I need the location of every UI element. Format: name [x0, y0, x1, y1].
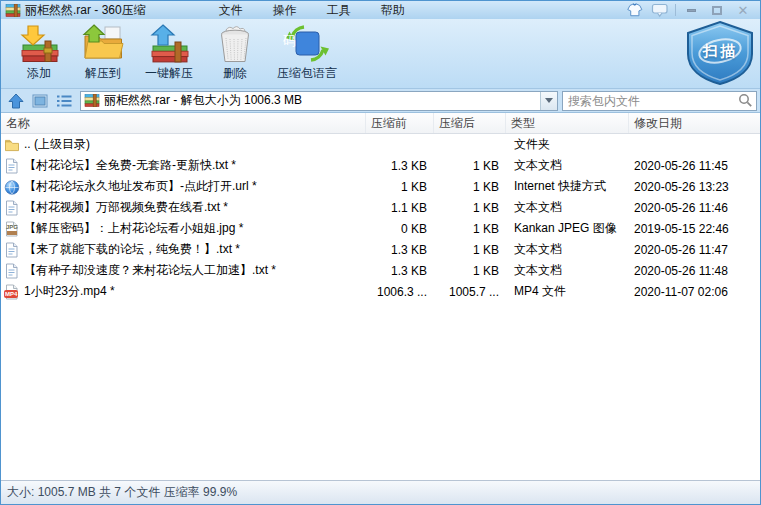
app-window: 丽柜然然.rar - 360压缩 文件 操作 工具 帮助 ✕: [0, 0, 761, 505]
close-button[interactable]: ✕: [730, 2, 756, 18]
size-after: 1 KB: [434, 159, 506, 173]
search-box: [562, 91, 757, 111]
window-title: 丽柜然然.rar - 360压缩: [25, 2, 146, 19]
file-type: 文本文档: [506, 262, 629, 279]
extract-to-icon: [81, 23, 125, 65]
text-file-icon: [4, 263, 20, 279]
mp4-video-icon: MP4: [4, 284, 20, 300]
file-row[interactable]: JPG 【解压密码】：上村花论坛看小姐姐.jpg * 0 KB 1 KB Kan…: [1, 218, 760, 239]
add-button[interactable]: 添加: [7, 21, 71, 84]
maximize-button[interactable]: [704, 2, 730, 18]
column-header-date[interactable]: 修改日期: [629, 113, 760, 133]
archive-language-button-label: 压缩包语言: [277, 65, 337, 82]
extract-to-button-label: 解压到: [85, 65, 121, 82]
size-before: 1.1 KB: [366, 201, 434, 215]
parent-directory-row[interactable]: .. (上级目录) 文件夹: [1, 134, 760, 155]
file-type: 文本文档: [506, 241, 629, 258]
minimize-button[interactable]: [678, 2, 704, 18]
file-type: Kankan JPEG 图像: [506, 220, 629, 237]
size-after: 1 KB: [434, 201, 506, 215]
file-date: 2020-05-26 13:23: [629, 180, 760, 194]
size-before: 1.3 KB: [366, 159, 434, 173]
size-after: 1 KB: [434, 264, 506, 278]
menu-help[interactable]: 帮助: [366, 1, 420, 20]
file-name: 【有种子却没速度？来村花论坛人工加速】.txt *: [24, 262, 276, 279]
size-after: 1005.7 ...: [434, 285, 506, 299]
scan-shield-button[interactable]: 扫描: [682, 20, 758, 86]
menu-operation[interactable]: 操作: [258, 1, 312, 20]
file-type: Internet 快捷方式: [506, 178, 629, 195]
column-header-size-after[interactable]: 压缩后: [434, 113, 506, 133]
folder-icon: [4, 137, 20, 153]
view-mode-button[interactable]: [28, 91, 52, 111]
extract-to-button[interactable]: 解压到: [71, 21, 135, 84]
delete-trash-icon: [213, 23, 257, 65]
file-date: 2020-05-26 11:48: [629, 264, 760, 278]
file-row[interactable]: 【村花论坛】全免费-无套路-更新快.txt * 1.3 KB 1 KB 文本文档…: [1, 155, 760, 176]
file-name: 【来了就能下载的论坛，纯免费！】.txt *: [24, 241, 240, 258]
file-date: 2020-05-26 11:46: [629, 201, 760, 215]
list-view-icon: [55, 92, 73, 110]
menu-tools[interactable]: 工具: [312, 1, 366, 20]
archive-file-icon: [84, 94, 100, 107]
status-bar: 大小: 1005.7 MB 共 7 个文件 压缩率 99.9%: [1, 480, 760, 504]
column-header-type[interactable]: 类型: [506, 113, 629, 133]
size-before: 1.3 KB: [366, 243, 434, 257]
file-type: 文本文档: [506, 157, 629, 174]
file-row[interactable]: 【村花视频】万部视频免费在线看.txt * 1.1 KB 1 KB 文本文档 2…: [1, 197, 760, 218]
size-after: 1 KB: [434, 222, 506, 236]
divider: [675, 4, 676, 16]
file-date: 2020-05-26 11:47: [629, 243, 760, 257]
file-type: 文件夹: [506, 136, 629, 153]
column-header-size-before[interactable]: 压缩前: [366, 113, 434, 133]
size-before: 1 KB: [366, 180, 434, 194]
size-before: 1.3 KB: [366, 264, 434, 278]
file-row[interactable]: 【来了就能下载的论坛，纯免费！】.txt * 1.3 KB 1 KB 文本文档 …: [1, 239, 760, 260]
file-list: .. (上级目录) 文件夹 【村花论坛】全免费-无套路-更新快.txt * 1.…: [1, 134, 760, 480]
file-date: 2019-05-15 22:46: [629, 222, 760, 236]
path-dropdown-button[interactable]: [540, 92, 557, 110]
file-name: 【村花论坛永久地址发布页】-点此打开.url *: [24, 178, 257, 195]
size-before: 0 KB: [366, 222, 434, 236]
list-view-button[interactable]: [52, 91, 76, 111]
column-header-row: 名称 压缩前 压缩后 类型 修改日期: [1, 113, 760, 134]
file-type: 文本文档: [506, 199, 629, 216]
feedback-icon[interactable]: [647, 2, 673, 18]
one-click-extract-icon: [147, 23, 191, 65]
title-bar-controls: ✕: [621, 2, 756, 18]
file-date: 2020-05-26 11:45: [629, 159, 760, 173]
menu-file[interactable]: 文件: [204, 1, 258, 20]
file-row[interactable]: 【村花论坛永久地址发布页】-点此打开.url * 1 KB 1 KB Inter…: [1, 176, 760, 197]
jpeg-image-icon: JPG: [4, 221, 20, 237]
file-row[interactable]: MP4 1小时23分.mp4 * 1006.3 ... 1005.7 ... M…: [1, 281, 760, 302]
status-summary: 大小: 1005.7 MB 共 7 个文件 压缩率 99.9%: [7, 484, 237, 501]
add-to-archive-icon: [17, 23, 61, 65]
file-row[interactable]: 【有种子却没速度？来村花论坛人工加速】.txt * 1.3 KB 1 KB 文本…: [1, 260, 760, 281]
search-icon[interactable]: [738, 93, 753, 108]
one-click-extract-button-label: 一键解压: [145, 65, 193, 82]
archive-path-combobox[interactable]: 丽柜然然.rar - 解包大小为 1006.3 MB: [80, 91, 558, 111]
go-up-button[interactable]: [4, 91, 28, 111]
column-header-name[interactable]: 名称: [1, 113, 366, 133]
size-after: 1 KB: [434, 243, 506, 257]
skin-theme-icon[interactable]: [621, 2, 647, 18]
file-date: 2020-11-07 02:06: [629, 285, 760, 299]
panel-view-icon: [31, 92, 49, 110]
scan-button-label: 扫描: [682, 42, 758, 61]
file-name: 【村花论坛】全免费-无套路-更新快.txt *: [24, 157, 236, 174]
archive-language-button[interactable]: 码 压缩包语言: [267, 21, 347, 84]
file-name: 【解压密码】：上村花论坛看小姐姐.jpg *: [24, 220, 243, 237]
internet-shortcut-icon: [4, 179, 20, 195]
size-after: 1 KB: [434, 180, 506, 194]
delete-button-label: 删除: [223, 65, 247, 82]
size-before: 1006.3 ...: [366, 285, 434, 299]
file-name: 【村花视频】万部视频免费在线看.txt *: [24, 199, 228, 216]
one-click-extract-button[interactable]: 一键解压: [135, 21, 203, 84]
main-toolbar: 添加 解压到 一键解压: [1, 19, 760, 89]
chevron-down-icon: [545, 98, 553, 103]
delete-button[interactable]: 删除: [203, 21, 267, 84]
text-file-icon: [4, 200, 20, 216]
menu-bar: 文件 操作 工具 帮助: [204, 1, 420, 20]
search-input[interactable]: [568, 94, 738, 108]
file-name: .. (上级目录): [24, 136, 90, 153]
